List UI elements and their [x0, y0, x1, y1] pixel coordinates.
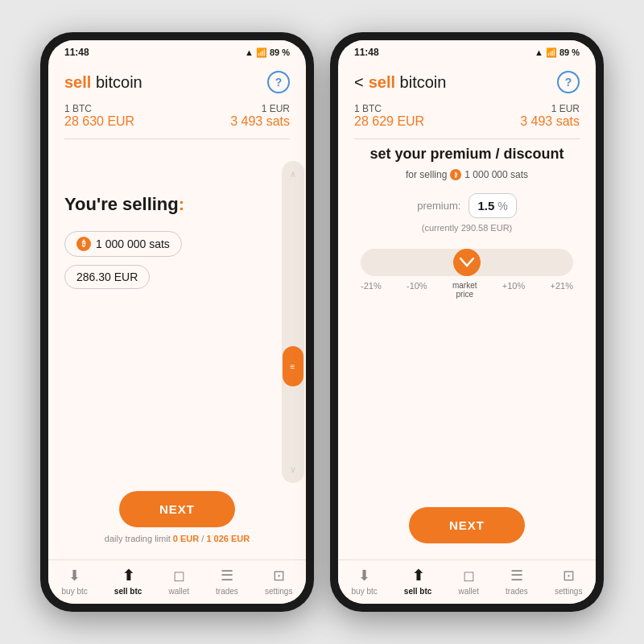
battery-right: 89 % — [559, 47, 580, 57]
next-button-left[interactable]: NEXT — [119, 491, 235, 527]
slider-thumb-left[interactable]: ≡ — [283, 346, 303, 386]
buy-btc-icon-right: ⬇ — [358, 567, 370, 584]
bottom-nav-left: ⬇ buy btc ⬆ sell btc ◻ wallet ☰ trades ⊡… — [48, 559, 306, 604]
premium-slider-labels: -21% -10% marketprice +10% +21% — [361, 281, 573, 299]
right-header: <sell bitcoin ? — [354, 71, 580, 93]
eur-label-left: 1 EUR 3 493 sats — [230, 103, 290, 129]
nav-wallet-right[interactable]: ◻ wallet — [458, 567, 479, 596]
nav-settings-left[interactable]: ⊡ settings — [265, 567, 292, 596]
status-bar-right: 11:48 ▲ 📶 89 % — [338, 40, 596, 61]
amount-sats-pill[interactable]: ₿ 1 000 000 sats — [64, 231, 182, 257]
premium-title: set your premium / discount — [369, 146, 564, 163]
premium-section: set your premium / discount for selling … — [354, 146, 580, 550]
premium-value: 1.5 — [477, 199, 494, 213]
trades-icon-right: ☰ — [510, 567, 523, 584]
rate-row-right: 1 BTC 28 629 EUR 1 EUR 3 493 sats — [354, 103, 580, 129]
chevron-down-icon — [460, 258, 474, 267]
eur-label-right: 1 EUR 3 493 sats — [520, 103, 580, 129]
for-selling-label: for selling — [406, 169, 447, 180]
slider-down-arrow: ∨ — [290, 464, 296, 475]
currently-eur: (currently 290.58 EUR) — [422, 223, 513, 233]
premium-label-text: premium: — [417, 200, 460, 212]
label-plus10: +10% — [502, 281, 525, 299]
slider-lines: ≡ — [291, 362, 296, 371]
label-plus21: +21% — [551, 281, 573, 299]
right-phone: 11:48 ▲ 📶 89 % <sell bitcoin ? 1 B — [330, 32, 604, 612]
time-right: 11:48 — [354, 47, 379, 58]
nav-sell-btc-left[interactable]: ⬆ sell btc — [114, 567, 142, 596]
signal-icon: ▲ — [245, 47, 254, 57]
for-selling-row: for selling ₿ 1 000 000 sats — [406, 169, 528, 180]
nav-trades-right[interactable]: ☰ trades — [506, 567, 528, 596]
left-screen-content: sell bitcoin ? 1 BTC 28 630 EUR 1 EUR 3 … — [48, 61, 306, 559]
premium-slider-track[interactable] — [361, 249, 573, 276]
sell-btc-icon-right: ⬆ — [412, 567, 424, 584]
right-title-prefix: sell — [369, 73, 395, 91]
signal-icon-right: ▲ — [535, 47, 543, 57]
nav-sell-btc-right[interactable]: ⬆ sell btc — [404, 567, 431, 596]
left-header: sell bitcoin ? — [64, 71, 290, 93]
btc-label-left: 1 BTC 28 630 EUR — [64, 103, 134, 129]
nav-buy-btc-right[interactable]: ⬇ buy btc — [352, 567, 378, 596]
amount-eur-text: 286.30 EUR — [76, 270, 138, 283]
sell-btc-icon: ⬆ — [122, 567, 134, 584]
divider-left — [64, 138, 290, 139]
left-title-prefix: sell — [64, 73, 91, 91]
right-screen-content: <sell bitcoin ? 1 BTC 28 629 EUR 1 EUR 3… — [338, 61, 596, 559]
rate-row-left: 1 BTC 28 630 EUR 1 EUR 3 493 sats — [64, 103, 290, 129]
wifi-icon: 📶 — [256, 47, 267, 58]
battery-left: 89 % — [270, 47, 290, 57]
label-minus21: -21% — [361, 281, 382, 299]
help-button-right[interactable]: ? — [557, 71, 580, 93]
btc-icon-left: ₿ — [76, 237, 91, 251]
buy-btc-icon: ⬇ — [68, 567, 80, 584]
wifi-icon-right: 📶 — [546, 47, 557, 58]
wallet-icon-right: ◻ — [463, 567, 475, 584]
status-bar-left: 11:48 ▲ 📶 89 % — [48, 40, 306, 61]
daily-limit: daily trading limit 0 EUR / 1 026 EUR — [64, 534, 290, 543]
selling-label: You're selling: — [64, 194, 290, 215]
premium-slider-wrap: -21% -10% marketprice +10% +21% — [354, 249, 580, 299]
slider-up-arrow: ∧ — [290, 169, 296, 180]
btc-label-right: 1 BTC 28 629 EUR — [354, 103, 424, 129]
divider-right — [354, 138, 580, 139]
nav-trades-left[interactable]: ☰ trades — [216, 567, 238, 596]
right-title: <sell bitcoin — [354, 73, 446, 92]
premium-percent: % — [497, 200, 507, 213]
back-arrow[interactable]: < — [354, 73, 364, 91]
bottom-nav-right: ⬇ buy btc ⬆ sell btc ◻ wallet ☰ trades ⊡… — [338, 559, 596, 604]
left-phone: 11:48 ▲ 📶 89 % sell bitcoin ? 1 BT — [40, 32, 314, 612]
right-title-suffix: bitcoin — [395, 73, 446, 91]
help-button-left[interactable]: ? — [267, 71, 290, 93]
premium-slider-thumb[interactable] — [453, 249, 481, 276]
scroll-slider-left[interactable]: ∧ ≡ ∨ — [280, 161, 306, 483]
nav-buy-btc-left[interactable]: ⬇ buy btc — [62, 567, 88, 596]
amount-eur-pill: 286.30 EUR — [64, 265, 150, 289]
next-button-right[interactable]: NEXT — [409, 507, 525, 543]
slider-track-left: ∧ ≡ ∨ — [282, 161, 304, 483]
left-title: sell bitcoin — [64, 73, 142, 92]
label-market: marketprice — [452, 281, 477, 299]
time-left: 11:48 — [64, 47, 89, 58]
amount-sats-text: 1 000 000 sats — [96, 237, 170, 250]
settings-icon-right: ⊡ — [563, 567, 575, 584]
btc-icon-right: ₿ — [450, 169, 461, 180]
wallet-icon-left: ◻ — [173, 567, 185, 584]
for-selling-amount: 1 000 000 sats — [464, 169, 528, 180]
premium-input-row: premium: 1.5 % — [417, 193, 517, 218]
premium-input-box[interactable]: 1.5 % — [469, 193, 516, 218]
trades-icon-left: ☰ — [221, 567, 233, 584]
left-title-suffix: bitcoin — [91, 73, 142, 91]
nav-wallet-left[interactable]: ◻ wallet — [168, 567, 189, 596]
nav-settings-right[interactable]: ⊡ settings — [555, 567, 582, 596]
settings-icon-left: ⊡ — [273, 567, 285, 584]
label-minus10: -10% — [407, 281, 427, 299]
